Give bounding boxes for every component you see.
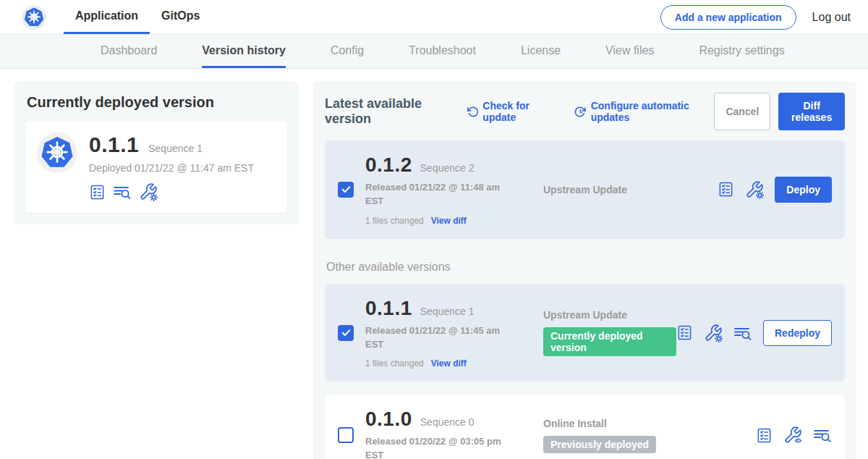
version-number: 0.1.1: [365, 297, 412, 320]
kubernetes-logo-icon: [37, 132, 77, 173]
top-tab-gitops[interactable]: GitOps: [150, 0, 211, 34]
version-number: 0.1.2: [365, 153, 412, 177]
cancel-button[interactable]: Cancel: [714, 93, 770, 130]
top-navigation: Application GitOps Add a new application…: [0, 0, 868, 35]
check-icon: [341, 184, 352, 195]
version-source-label: Online Install: [543, 418, 607, 429]
previously-deployed-badge: Previously deployed: [543, 436, 656, 453]
release-date: Released 01/21/22 @ 11:48 am EST: [365, 181, 509, 209]
tab-license[interactable]: License: [521, 35, 561, 68]
logout-link[interactable]: Log out: [812, 11, 851, 24]
release-notes-checklist-icon[interactable]: [756, 427, 773, 444]
files-changed-label: 1 files changed: [365, 216, 424, 226]
logs-magnifier-icon[interactable]: [113, 183, 132, 201]
version-number: 0.1.0: [365, 408, 412, 431]
app-brand: [22, 0, 46, 34]
version-sequence: Sequence 2: [420, 162, 475, 174]
currently-deployed-panel: Currently deployed version 0: [14, 81, 299, 224]
check-for-update-link[interactable]: Check for update: [467, 100, 556, 123]
deployed-version-number: 0.1.1: [89, 132, 139, 157]
deploy-button[interactable]: Deploy: [775, 177, 832, 203]
logs-magnifier-icon[interactable]: [733, 324, 752, 342]
diff-releases-button[interactable]: Diff releases: [778, 93, 845, 130]
version-checkbox[interactable]: [338, 182, 354, 198]
tab-dashboard[interactable]: Dashboard: [101, 35, 157, 68]
edit-config-wrench-gear-icon[interactable]: [704, 324, 723, 342]
version-history-panel: Latest available version Check for updat…: [313, 81, 856, 459]
deployed-sequence: Sequence 1: [148, 143, 203, 154]
release-notes-checklist-icon[interactable]: [718, 181, 734, 198]
deployed-date: Deployed 01/21/22 @ 11:47 am EST: [89, 162, 254, 174]
check-icon: [341, 327, 352, 338]
clock-refresh-icon: [574, 105, 587, 119]
release-date: Released 01/21/22 @ 11:45 am EST: [365, 324, 509, 352]
version-row-0-1-1: 0.1.1 Sequence 1 Released 01/21/22 @ 11:…: [325, 284, 845, 382]
top-tab-application[interactable]: Application: [64, 0, 150, 34]
version-checkbox[interactable]: [338, 325, 354, 341]
tab-registry-settings[interactable]: Registry settings: [699, 35, 784, 68]
logs-magnifier-icon[interactable]: [813, 426, 832, 444]
tab-config[interactable]: Config: [331, 35, 364, 68]
version-source-label: Upstream Update: [543, 309, 627, 321]
deployed-version-card: 0.1.1 Sequence 1 Deployed 01/21/22 @ 11:…: [25, 121, 287, 213]
tab-version-history[interactable]: Version history: [202, 35, 286, 68]
tab-view-files[interactable]: View files: [605, 35, 654, 68]
kubernetes-logo-icon: [22, 5, 46, 30]
view-diff-link[interactable]: View diff: [431, 358, 467, 369]
deployed-panel-title: Currently deployed version: [27, 94, 287, 111]
redeploy-button[interactable]: Redeploy: [763, 320, 832, 346]
files-changed-label: 1 files changed: [365, 358, 424, 369]
edit-config-wrench-gear-icon[interactable]: [745, 180, 764, 199]
version-source-label: Upstream Update: [543, 184, 627, 195]
release-date: Released 01/20/22 @ 03:05 pm EST: [365, 435, 509, 459]
tab-troubleshoot[interactable]: Troubleshoot: [409, 35, 476, 68]
add-new-application-button[interactable]: Add a new application: [660, 5, 796, 30]
configure-automatic-updates-link[interactable]: Configure automatic updates: [574, 100, 714, 123]
view-config-wrench-eye-icon[interactable]: [783, 426, 802, 445]
version-sequence: Sequence 1: [420, 306, 475, 317]
version-checkbox[interactable]: [338, 427, 354, 443]
version-row-0-1-0: 0.1.0 Sequence 0 Released 01/20/22 @ 03:…: [325, 395, 845, 459]
sub-navigation: Dashboard Version history Config Trouble…: [0, 35, 868, 69]
refresh-icon: [467, 105, 479, 119]
version-row-0-1-2: 0.1.2 Sequence 2 Released 01/21/22 @ 11:…: [325, 140, 845, 239]
release-notes-checklist-icon[interactable]: [89, 184, 106, 201]
view-diff-link[interactable]: View diff: [431, 216, 467, 226]
release-notes-checklist-icon[interactable]: [676, 324, 693, 341]
edit-config-wrench-gear-icon[interactable]: [139, 182, 158, 201]
currently-deployed-badge: Currently deployed version: [543, 327, 676, 356]
version-sequence: Sequence 0: [420, 416, 475, 428]
latest-available-title: Latest available version: [325, 96, 455, 127]
other-available-versions-title: Other available versions: [326, 261, 845, 274]
